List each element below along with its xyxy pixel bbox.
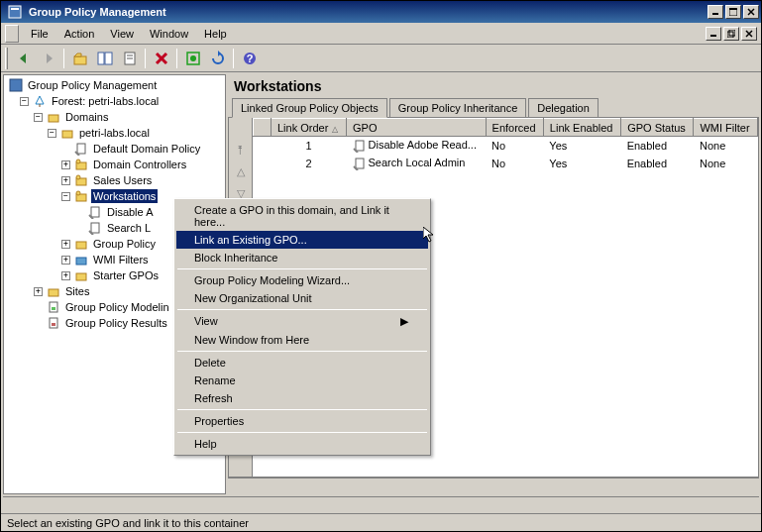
svg-rect-13: [98, 53, 104, 64]
mdi-icon[interactable]: [5, 25, 19, 43]
minimize-button[interactable]: [708, 5, 723, 19]
ctx-delete[interactable]: Delete: [176, 354, 428, 372]
help-button[interactable]: ?: [238, 48, 261, 69]
properties-button[interactable]: [118, 48, 141, 69]
ctx-view[interactable]: View▶: [176, 312, 428, 331]
svg-rect-39: [76, 273, 86, 280]
bottom-scrollbar[interactable]: [3, 496, 759, 513]
svg-rect-46: [356, 159, 364, 168]
mdi-minimize-button[interactable]: [706, 27, 721, 41]
col-wmi-filter[interactable]: WMI Filter: [694, 119, 758, 137]
menu-help[interactable]: Help: [196, 26, 235, 42]
tree-forest[interactable]: −Forest: petri-labs.local: [6, 93, 223, 109]
ctx-separator: [177, 268, 427, 269]
col-gpo[interactable]: GPO: [347, 119, 487, 137]
svg-point-34: [76, 191, 80, 195]
expand-icon[interactable]: +: [61, 256, 70, 265]
tree-root[interactable]: Group Policy Management: [6, 77, 223, 93]
gpm-icon: [8, 77, 24, 93]
horizontal-scrollbar[interactable]: [228, 478, 759, 494]
up-button[interactable]: [68, 48, 91, 69]
ctx-help[interactable]: Help: [176, 435, 428, 453]
svg-rect-38: [76, 258, 86, 265]
mdi-close-button[interactable]: [741, 27, 757, 41]
tab-delegation[interactable]: Delegation: [528, 98, 599, 117]
ctx-block-inheritance[interactable]: Block Inheritance: [176, 249, 428, 266]
refresh-button[interactable]: [206, 48, 229, 69]
svg-rect-45: [356, 141, 364, 151]
menu-file[interactable]: File: [23, 26, 56, 42]
svg-point-32: [76, 175, 80, 179]
ctx-new-ou[interactable]: New Organizational Unit: [176, 289, 428, 307]
control-button[interactable]: [181, 48, 204, 69]
tab-inheritance[interactable]: Group Policy Inheritance: [389, 98, 526, 117]
collapse-icon[interactable]: −: [61, 192, 70, 201]
tree-sales-users[interactable]: +Sales Users: [6, 172, 223, 188]
menu-view[interactable]: View: [102, 26, 142, 42]
expand-icon[interactable]: +: [61, 176, 70, 185]
col-link-order[interactable]: Link Order△: [272, 119, 347, 137]
ctx-properties[interactable]: Properties: [176, 412, 428, 430]
ctx-modeling-wizard[interactable]: Group Policy Modeling Wizard...: [176, 271, 428, 289]
grid-row[interactable]: 1 Disable Adobe Read... No Yes Enabled N…: [254, 137, 758, 156]
tree-domain-controllers[interactable]: +Domain Controllers: [6, 157, 223, 172]
svg-rect-37: [76, 242, 86, 249]
forest-icon: [32, 93, 48, 109]
maximize-button[interactable]: [725, 5, 741, 19]
collapse-icon[interactable]: −: [34, 113, 43, 122]
col-enforced[interactable]: Enforced: [486, 119, 543, 137]
ou-icon: [73, 172, 89, 188]
col-gpo-status[interactable]: GPO Status: [621, 119, 694, 137]
cell-enforced: No: [486, 137, 543, 156]
domains-icon: [46, 109, 61, 125]
svg-rect-0: [9, 6, 21, 18]
mdi-restore-button[interactable]: [723, 27, 739, 41]
move-up-button[interactable]: △: [233, 163, 249, 179]
col-empty[interactable]: [254, 119, 272, 137]
status-bar: Select an existing GPO and link it to th…: [1, 513, 761, 532]
cell-gpo: Disable Adobe Read...: [347, 137, 487, 156]
ctx-separator: [177, 409, 427, 410]
cell-enforced: No: [486, 155, 543, 172]
tab-linked-gpo[interactable]: Linked Group Policy Objects: [232, 98, 387, 118]
menu-window[interactable]: Window: [142, 26, 196, 42]
gpo-link-icon: [87, 204, 103, 220]
folder-icon: [73, 236, 89, 252]
svg-rect-36: [91, 223, 99, 233]
ctx-link-existing[interactable]: Link an Existing GPO...: [176, 231, 428, 249]
ctx-create-gpo[interactable]: Create a GPO in this domain, and Link it…: [176, 201, 428, 231]
col-link-enabled[interactable]: Link Enabled: [543, 119, 620, 137]
svg-rect-40: [49, 289, 58, 296]
grid-row[interactable]: 2 Search Local Admin No Yes Enabled None: [254, 155, 758, 172]
sites-icon: [46, 283, 61, 299]
folder-icon: [73, 267, 89, 283]
tree-default-policy[interactable]: Default Domain Policy: [6, 141, 223, 157]
svg-rect-26: [49, 115, 58, 122]
toolbar-handle[interactable]: [5, 48, 8, 69]
menu-action[interactable]: Action: [56, 26, 103, 42]
delete-button[interactable]: [150, 48, 172, 69]
ctx-separator: [177, 432, 427, 433]
svg-rect-9: [729, 30, 735, 36]
close-button[interactable]: [743, 5, 759, 19]
collapse-icon[interactable]: −: [48, 129, 56, 138]
svg-rect-42: [52, 307, 55, 310]
move-top-button[interactable]: ⭱: [233, 142, 249, 158]
ctx-refresh[interactable]: Refresh: [176, 389, 428, 407]
show-hide-tree-button[interactable]: [93, 48, 116, 69]
status-text: Select an existing GPO and link it to th…: [7, 517, 249, 529]
tree-domain[interactable]: −petri-labs.local: [6, 125, 223, 141]
expand-icon[interactable]: +: [61, 160, 70, 169]
ctx-new-window[interactable]: New Window from Here: [176, 331, 428, 349]
back-button[interactable]: [12, 48, 35, 69]
expand-icon[interactable]: +: [61, 271, 70, 280]
forward-button[interactable]: [37, 48, 59, 69]
expand-icon[interactable]: +: [34, 287, 43, 296]
cell-gpo: Search Local Admin: [347, 155, 487, 172]
ctx-rename[interactable]: Rename: [176, 372, 428, 389]
ctx-separator: [177, 309, 427, 310]
collapse-icon[interactable]: −: [20, 97, 29, 106]
tree-domains[interactable]: −Domains: [6, 109, 223, 125]
cell-status: Enabled: [621, 155, 694, 172]
expand-icon[interactable]: +: [61, 240, 70, 249]
